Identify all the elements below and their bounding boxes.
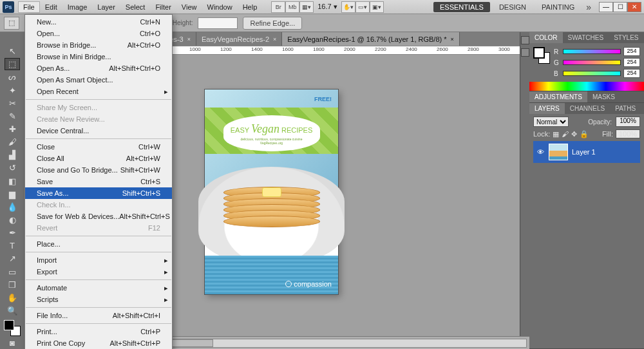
menu-item-save[interactable]: SaveCtrl+S <box>25 176 172 187</box>
menu-item-save-as[interactable]: Save As...Shift+Ctrl+S <box>25 187 172 199</box>
stamp-tool-icon[interactable]: ▟ <box>5 149 20 161</box>
lock-pixels-icon[interactable]: ▦ <box>553 130 559 138</box>
menu-item-scripts[interactable]: Scripts <box>25 294 172 305</box>
menu-file[interactable]: File <box>18 1 40 13</box>
eraser-tool-icon[interactable]: ◧ <box>5 174 20 187</box>
lock-all-icon[interactable]: 🔒 <box>580 130 589 138</box>
zoom-level[interactable]: 16.7 ▾ <box>314 3 341 11</box>
pen-tool-icon[interactable]: ✒ <box>5 227 20 239</box>
move-tool-icon[interactable]: ↖ <box>5 45 20 57</box>
menu-item-open[interactable]: Open...Ctrl+O <box>25 28 172 39</box>
foreground-background-colors[interactable] <box>4 320 21 336</box>
window-maximize-icon[interactable]: ☐ <box>613 2 627 12</box>
document-tab[interactable]: EasyVeganRecipes-2× <box>196 32 282 46</box>
arrange-docs-icon[interactable]: ▭▾ <box>355 1 370 13</box>
horizontal-scrollbar[interactable] <box>151 339 527 348</box>
menu-item-print-one-copy[interactable]: Print One CopyAlt+Shift+Ctrl+P <box>25 337 172 349</box>
tab-swatches[interactable]: SWATCHES <box>563 32 609 43</box>
opacity-input[interactable]: 100% <box>616 117 640 127</box>
workspace-painting[interactable]: PAINTING <box>535 2 581 12</box>
lock-move-icon[interactable]: ✥ <box>571 130 577 138</box>
visibility-icon[interactable]: 👁 <box>536 148 545 156</box>
menu-item-close[interactable]: CloseCtrl+W <box>25 141 172 153</box>
menu-item-open-as[interactable]: Open As...Alt+Shift+Ctrl+O <box>25 62 172 74</box>
tab-styles[interactable]: STYLES <box>609 32 643 43</box>
layer-row[interactable]: 👁 Layer 1 <box>533 141 640 163</box>
tab-color[interactable]: COLOR <box>529 32 563 43</box>
screen-mode-icon[interactable]: ▣▾ <box>370 1 384 13</box>
menu-select[interactable]: Select <box>120 1 151 13</box>
layer-thumbnail[interactable] <box>549 144 568 160</box>
lasso-tool-icon[interactable]: ᔕ <box>5 71 20 83</box>
collapsed-panel-icon[interactable] <box>521 36 529 44</box>
current-tool-icon[interactable]: ⬚ <box>4 17 19 30</box>
close-tab-icon[interactable]: × <box>273 36 276 42</box>
menu-item-file-info[interactable]: File Info...Alt+Shift+Ctrl+I <box>25 310 172 321</box>
menu-edit[interactable]: Edit <box>40 1 62 13</box>
menu-item-open-as-smart-object[interactable]: Open As Smart Object... <box>25 74 172 86</box>
gradient-tool-icon[interactable]: ▆ <box>5 188 20 200</box>
close-tab-icon[interactable]: × <box>187 36 191 42</box>
b-slider[interactable] <box>563 71 621 76</box>
blend-mode-select[interactable]: Normal <box>533 117 569 127</box>
r-slider[interactable] <box>563 49 621 54</box>
crop-tool-icon[interactable]: ✂ <box>5 97 20 109</box>
menu-view[interactable]: View <box>176 1 202 13</box>
document-tab[interactable]: EasyVeganRecipes-1 @ 16.7% (Layer 1, RGB… <box>282 32 459 46</box>
window-close-icon[interactable]: ✕ <box>627 2 641 12</box>
menu-item-print[interactable]: Print...Ctrl+P <box>25 326 172 337</box>
swatch-fgbg[interactable] <box>533 47 550 64</box>
r-value[interactable]: 254 <box>623 47 640 56</box>
refine-edge-button[interactable]: Refine Edge... <box>243 17 302 30</box>
fill-input[interactable]: 100% <box>616 129 640 138</box>
zoom-tool-icon[interactable]: 🔍 <box>5 305 20 317</box>
menu-item-place[interactable]: Place... <box>25 238 172 250</box>
workspace-more-icon[interactable]: » <box>583 2 594 12</box>
menu-item-close-all[interactable]: Close AllAlt+Ctrl+W <box>25 153 172 164</box>
document-canvas[interactable]: FREE! EASY Vegan RECIPES delicious, nutr… <box>205 90 338 294</box>
menu-item-open-recent[interactable]: Open Recent <box>25 86 172 97</box>
wand-tool-icon[interactable]: ✦ <box>5 84 20 97</box>
view-extras-icon[interactable]: ▦▾ <box>299 1 314 13</box>
tab-layers[interactable]: LAYERS <box>529 103 565 114</box>
path-tool-icon[interactable]: ↗ <box>5 252 20 265</box>
height-input[interactable] <box>198 17 238 29</box>
tab-adjustments[interactable]: ADJUSTMENTS <box>529 91 587 102</box>
menu-item-close-and-go-to-bridge[interactable]: Close and Go To Bridge...Shift+Ctrl+W <box>25 164 172 176</box>
menu-image[interactable]: Image <box>62 1 93 13</box>
menu-help[interactable]: Help <box>238 1 263 13</box>
healing-tool-icon[interactable]: ✚ <box>5 123 20 135</box>
menu-item-export[interactable]: Export <box>25 266 172 278</box>
tab-channels[interactable]: CHANNELS <box>565 103 610 114</box>
menu-item-new[interactable]: New...Ctrl+N <box>25 16 172 28</box>
lock-brush-icon[interactable]: 🖌 <box>562 130 569 138</box>
eyedropper-tool-icon[interactable]: ✎ <box>5 110 20 122</box>
b-value[interactable]: 254 <box>623 69 640 78</box>
workspace-essentials[interactable]: ESSENTIALS <box>433 2 490 12</box>
menu-item-import[interactable]: Import <box>25 254 172 266</box>
tab-paths[interactable]: PATHS <box>610 103 641 114</box>
close-tab-icon[interactable]: × <box>451 36 454 42</box>
history-brush-icon[interactable]: ↺ <box>5 162 20 174</box>
menu-layer[interactable]: Layer <box>92 1 120 13</box>
menu-filter[interactable]: Filter <box>150 1 176 13</box>
g-value[interactable]: 254 <box>623 58 640 67</box>
workspace-design[interactable]: DESIGN <box>493 2 533 12</box>
3d-tool-icon[interactable]: ❒ <box>5 279 20 291</box>
menu-item-browse-in-mini-bridge[interactable]: Browse in Mini Bridge... <box>25 51 172 62</box>
brush-tool-icon[interactable]: 🖌 <box>5 136 20 148</box>
blur-tool-icon[interactable]: 💧 <box>5 201 20 213</box>
g-slider[interactable] <box>563 60 621 65</box>
launch-minibridge-icon[interactable]: Mb <box>285 1 299 13</box>
dodge-tool-icon[interactable]: ◐ <box>5 214 20 226</box>
collapsed-panel-icon[interactable] <box>521 48 529 57</box>
spectrum-ramp[interactable] <box>529 82 644 91</box>
menu-window[interactable]: Window <box>202 1 238 13</box>
menu-item-save-for-web-devices[interactable]: Save for Web & Devices...Alt+Shift+Ctrl+… <box>25 211 172 222</box>
hand-tool-icon[interactable]: ✋▾ <box>341 1 355 13</box>
menu-item-automate[interactable]: Automate <box>25 282 172 294</box>
window-minimize-icon[interactable]: — <box>599 2 613 12</box>
type-tool-icon[interactable]: T <box>5 240 20 252</box>
menu-item-browse-in-bridge[interactable]: Browse in Bridge...Alt+Ctrl+O <box>25 39 172 51</box>
menu-item-device-central[interactable]: Device Central... <box>25 125 172 137</box>
